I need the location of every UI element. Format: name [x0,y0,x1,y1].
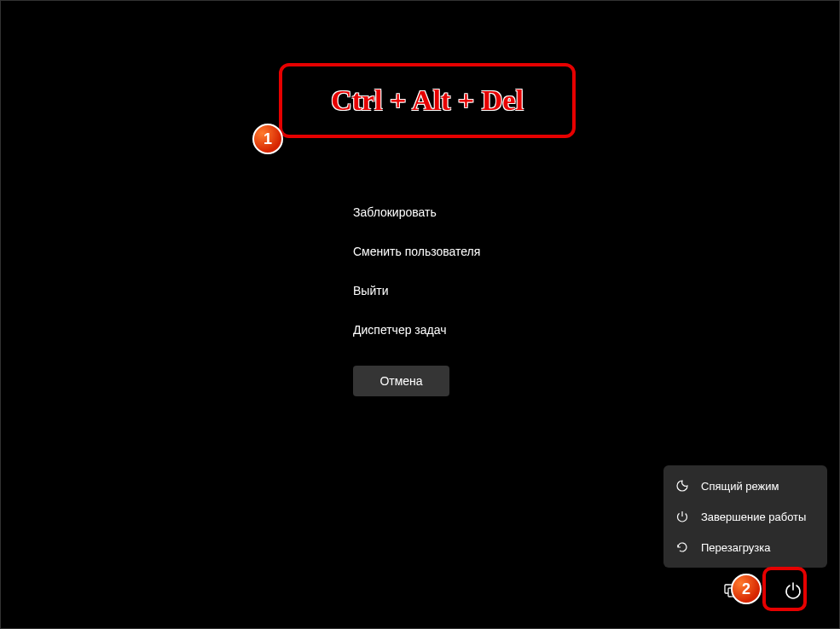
cancel-button-label: Отмена [379,374,422,388]
cancel-button[interactable]: Отмена [353,366,449,396]
menu-item-task-manager-label: Диспетчер задач [353,323,447,337]
power-icon [675,510,689,523]
menu-item-sign-out-label: Выйти [353,284,388,297]
annotation-power-box [762,567,807,611]
annotation-badge-2: 2 [731,574,762,604]
power-menu-shutdown-label: Завершение работы [701,511,806,523]
annotation-badge-2-number: 2 [742,580,750,598]
annotation-shortcut-box: Ctrl + Alt + Del [279,63,576,138]
power-menu-restart-label: Перезагрузка [701,541,770,554]
power-menu-sleep[interactable]: Спящий режим [663,470,827,501]
menu-item-lock-label: Заблокировать [353,205,437,219]
power-menu-restart[interactable]: Перезагрузка [663,532,827,563]
menu-item-switch-user-label: Сменить пользователя [353,245,480,258]
menu-item-lock[interactable]: Заблокировать [353,193,480,232]
power-menu-sleep-label: Спящий режим [701,480,779,493]
restart-icon [675,540,689,554]
menu-item-task-manager[interactable]: Диспетчер задач [353,310,480,349]
annotation-badge-1-number: 1 [264,130,272,148]
menu-item-sign-out[interactable]: Выйти [353,271,480,310]
security-menu-list: Заблокировать Сменить пользователя Выйти… [353,193,480,349]
annotation-badge-1: 1 [252,124,283,154]
menu-item-switch-user[interactable]: Сменить пользователя [353,232,480,271]
power-menu: Спящий режим Завершение работы Перезагру… [663,465,827,568]
moon-icon [675,479,689,493]
power-menu-shutdown[interactable]: Завершение работы [663,501,827,532]
annotation-shortcut-text: Ctrl + Alt + Del [331,84,524,117]
